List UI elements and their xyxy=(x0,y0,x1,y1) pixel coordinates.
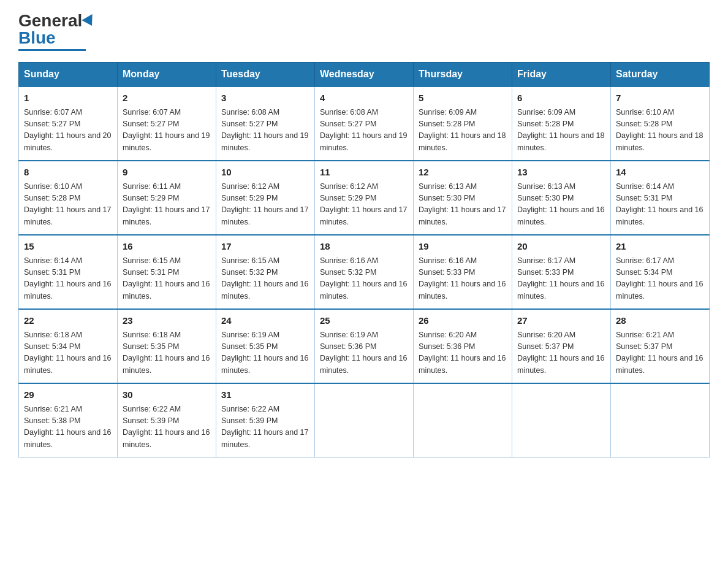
calendar-week-4: 22Sunrise: 6:18 AMSunset: 5:34 PMDayligh… xyxy=(19,309,710,383)
logo-general-text: General xyxy=(18,11,82,30)
day-info: Sunrise: 6:21 AMSunset: 5:38 PMDaylight:… xyxy=(24,404,112,451)
day-info: Sunrise: 6:16 AMSunset: 5:33 PMDaylight:… xyxy=(419,255,507,303)
calendar-header-row: SundayMondayTuesdayWednesdayThursdayFrid… xyxy=(19,63,710,87)
calendar-cell: 11Sunrise: 6:12 AMSunset: 5:29 PMDayligh… xyxy=(315,161,414,235)
calendar-cell: 29Sunrise: 6:21 AMSunset: 5:38 PMDayligh… xyxy=(19,383,118,458)
logo-triangle-icon xyxy=(82,14,97,29)
day-number: 27 xyxy=(517,314,605,328)
calendar-cell: 23Sunrise: 6:18 AMSunset: 5:35 PMDayligh… xyxy=(118,309,216,383)
header-saturday: Saturday xyxy=(611,63,710,87)
header-tuesday: Tuesday xyxy=(216,63,315,87)
calendar-cell: 13Sunrise: 6:13 AMSunset: 5:30 PMDayligh… xyxy=(512,161,611,235)
page-header: General Blue xyxy=(18,12,710,51)
day-number: 2 xyxy=(123,91,211,105)
day-info: Sunrise: 6:11 AMSunset: 5:29 PMDaylight:… xyxy=(123,181,211,229)
calendar-cell: 1Sunrise: 6:07 AMSunset: 5:27 PMDaylight… xyxy=(19,86,118,161)
day-number: 15 xyxy=(24,240,112,254)
header-thursday: Thursday xyxy=(414,63,512,87)
day-info: Sunrise: 6:17 AMSunset: 5:34 PMDaylight:… xyxy=(616,255,704,303)
day-info: Sunrise: 6:17 AMSunset: 5:33 PMDaylight:… xyxy=(517,255,605,303)
day-number: 13 xyxy=(517,166,605,180)
calendar-week-2: 8Sunrise: 6:10 AMSunset: 5:28 PMDaylight… xyxy=(19,161,710,235)
calendar-cell: 17Sunrise: 6:15 AMSunset: 5:32 PMDayligh… xyxy=(216,235,315,309)
day-number: 6 xyxy=(517,91,605,105)
calendar-cell: 30Sunrise: 6:22 AMSunset: 5:39 PMDayligh… xyxy=(118,383,216,458)
day-info: Sunrise: 6:08 AMSunset: 5:27 PMDaylight:… xyxy=(320,107,408,155)
day-number: 31 xyxy=(221,388,309,402)
day-number: 11 xyxy=(320,166,408,180)
day-number: 7 xyxy=(616,91,704,105)
calendar-cell: 27Sunrise: 6:20 AMSunset: 5:37 PMDayligh… xyxy=(512,309,611,383)
day-number: 9 xyxy=(123,166,211,180)
day-info: Sunrise: 6:12 AMSunset: 5:29 PMDaylight:… xyxy=(221,181,309,229)
calendar-table: SundayMondayTuesdayWednesdayThursdayFrid… xyxy=(18,62,710,458)
day-info: Sunrise: 6:22 AMSunset: 5:39 PMDaylight:… xyxy=(123,404,211,451)
day-info: Sunrise: 6:13 AMSunset: 5:30 PMDaylight:… xyxy=(419,181,507,229)
day-number: 18 xyxy=(320,240,408,254)
calendar-cell: 28Sunrise: 6:21 AMSunset: 5:37 PMDayligh… xyxy=(611,309,710,383)
day-info: Sunrise: 6:09 AMSunset: 5:28 PMDaylight:… xyxy=(517,107,605,155)
calendar-week-3: 15Sunrise: 6:14 AMSunset: 5:31 PMDayligh… xyxy=(19,235,710,309)
calendar-cell xyxy=(414,383,512,458)
day-info: Sunrise: 6:18 AMSunset: 5:35 PMDaylight:… xyxy=(123,329,211,377)
day-number: 29 xyxy=(24,388,112,402)
day-info: Sunrise: 6:20 AMSunset: 5:36 PMDaylight:… xyxy=(419,329,507,377)
day-info: Sunrise: 6:22 AMSunset: 5:39 PMDaylight:… xyxy=(221,404,309,451)
day-number: 5 xyxy=(419,91,507,105)
day-number: 24 xyxy=(221,314,309,328)
calendar-cell: 19Sunrise: 6:16 AMSunset: 5:33 PMDayligh… xyxy=(414,235,512,309)
calendar-cell: 9Sunrise: 6:11 AMSunset: 5:29 PMDaylight… xyxy=(118,161,216,235)
day-number: 16 xyxy=(123,240,211,254)
day-number: 20 xyxy=(517,240,605,254)
day-number: 1 xyxy=(24,91,112,105)
calendar-cell: 12Sunrise: 6:13 AMSunset: 5:30 PMDayligh… xyxy=(414,161,512,235)
calendar-cell: 10Sunrise: 6:12 AMSunset: 5:29 PMDayligh… xyxy=(216,161,315,235)
calendar-cell: 18Sunrise: 6:16 AMSunset: 5:32 PMDayligh… xyxy=(315,235,414,309)
day-info: Sunrise: 6:10 AMSunset: 5:28 PMDaylight:… xyxy=(616,107,704,155)
day-info: Sunrise: 6:21 AMSunset: 5:37 PMDaylight:… xyxy=(616,329,704,377)
calendar-cell: 26Sunrise: 6:20 AMSunset: 5:36 PMDayligh… xyxy=(414,309,512,383)
header-sunday: Sunday xyxy=(19,63,118,87)
day-number: 8 xyxy=(24,166,112,180)
day-number: 3 xyxy=(221,91,309,105)
logo-underline xyxy=(18,49,86,51)
calendar-cell xyxy=(512,383,611,458)
day-number: 10 xyxy=(221,166,309,180)
day-number: 23 xyxy=(123,314,211,328)
calendar-cell: 31Sunrise: 6:22 AMSunset: 5:39 PMDayligh… xyxy=(216,383,315,458)
day-number: 25 xyxy=(320,314,408,328)
logo: General Blue xyxy=(18,12,96,51)
calendar-cell: 14Sunrise: 6:14 AMSunset: 5:31 PMDayligh… xyxy=(611,161,710,235)
day-number: 22 xyxy=(24,314,112,328)
logo-blue-text: Blue xyxy=(18,28,56,47)
header-monday: Monday xyxy=(118,63,216,87)
day-info: Sunrise: 6:08 AMSunset: 5:27 PMDaylight:… xyxy=(221,107,309,155)
day-info: Sunrise: 6:16 AMSunset: 5:32 PMDaylight:… xyxy=(320,255,408,303)
calendar-cell: 16Sunrise: 6:15 AMSunset: 5:31 PMDayligh… xyxy=(118,235,216,309)
day-number: 12 xyxy=(419,166,507,180)
day-info: Sunrise: 6:07 AMSunset: 5:27 PMDaylight:… xyxy=(24,107,112,155)
calendar-cell xyxy=(315,383,414,458)
calendar-cell: 6Sunrise: 6:09 AMSunset: 5:28 PMDaylight… xyxy=(512,86,611,161)
day-number: 19 xyxy=(419,240,507,254)
calendar-cell: 22Sunrise: 6:18 AMSunset: 5:34 PMDayligh… xyxy=(19,309,118,383)
day-number: 17 xyxy=(221,240,309,254)
day-info: Sunrise: 6:19 AMSunset: 5:36 PMDaylight:… xyxy=(320,329,408,377)
calendar-cell: 7Sunrise: 6:10 AMSunset: 5:28 PMDaylight… xyxy=(611,86,710,161)
calendar-cell: 15Sunrise: 6:14 AMSunset: 5:31 PMDayligh… xyxy=(19,235,118,309)
day-info: Sunrise: 6:07 AMSunset: 5:27 PMDaylight:… xyxy=(123,107,211,155)
calendar-cell: 20Sunrise: 6:17 AMSunset: 5:33 PMDayligh… xyxy=(512,235,611,309)
day-number: 30 xyxy=(123,388,211,402)
day-info: Sunrise: 6:14 AMSunset: 5:31 PMDaylight:… xyxy=(616,181,704,229)
calendar-cell: 21Sunrise: 6:17 AMSunset: 5:34 PMDayligh… xyxy=(611,235,710,309)
calendar-week-5: 29Sunrise: 6:21 AMSunset: 5:38 PMDayligh… xyxy=(19,383,710,458)
calendar-cell: 8Sunrise: 6:10 AMSunset: 5:28 PMDaylight… xyxy=(19,161,118,235)
header-friday: Friday xyxy=(512,63,611,87)
day-info: Sunrise: 6:15 AMSunset: 5:31 PMDaylight:… xyxy=(123,255,211,303)
calendar-cell xyxy=(611,383,710,458)
day-info: Sunrise: 6:10 AMSunset: 5:28 PMDaylight:… xyxy=(24,181,112,229)
header-wednesday: Wednesday xyxy=(315,63,414,87)
calendar-cell: 5Sunrise: 6:09 AMSunset: 5:28 PMDaylight… xyxy=(414,86,512,161)
day-info: Sunrise: 6:12 AMSunset: 5:29 PMDaylight:… xyxy=(320,181,408,229)
calendar-cell: 24Sunrise: 6:19 AMSunset: 5:35 PMDayligh… xyxy=(216,309,315,383)
